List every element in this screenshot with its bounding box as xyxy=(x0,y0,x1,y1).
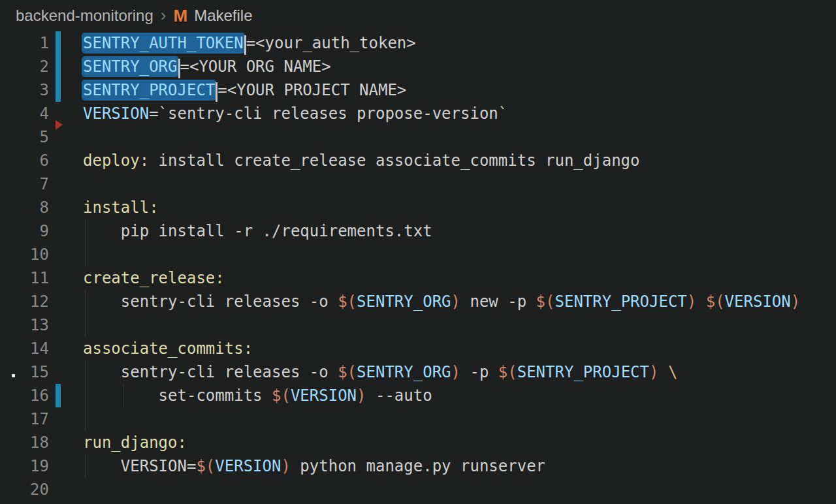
code-text[interactable]: VERSION=$(VERSION) python manage.py runs… xyxy=(83,454,836,478)
gutter[interactable] xyxy=(49,172,83,196)
line-number[interactable]: 9 xyxy=(0,219,49,243)
code-line[interactable]: 5 xyxy=(0,125,836,149)
gutter[interactable] xyxy=(49,313,83,337)
gutter[interactable] xyxy=(49,55,83,78)
code-token: $( xyxy=(338,363,357,381)
gutter[interactable] xyxy=(49,78,83,102)
gutter[interactable] xyxy=(49,219,83,243)
line-number[interactable]: 1 xyxy=(0,31,49,55)
gutter[interactable] xyxy=(49,360,83,384)
code-token: python manage.py runserver xyxy=(291,457,545,475)
code-line[interactable]: 14associate_commits: xyxy=(0,337,836,360)
line-number[interactable]: 16 xyxy=(0,384,49,407)
selected-token: SENTRY_PROJECT xyxy=(83,81,215,99)
line-number[interactable]: 13 xyxy=(0,313,49,337)
code-text[interactable]: VERSION=`sentry-cli releases propose-ver… xyxy=(83,102,836,125)
code-line[interactable]: 11create_release: xyxy=(0,266,836,290)
gutter[interactable] xyxy=(49,384,83,407)
gutter[interactable] xyxy=(49,243,83,266)
code-token: -p xyxy=(460,363,498,381)
code-line[interactable]: 3SENTRY_PROJECT=<YOUR PROJECT NAME> xyxy=(0,78,836,102)
line-number[interactable]: 11 xyxy=(0,266,49,290)
line-number[interactable]: 2 xyxy=(0,55,49,78)
line-number[interactable]: 14 xyxy=(0,337,49,360)
code-text[interactable] xyxy=(83,125,836,149)
code-text[interactable]: sentry-cli releases -o $(SENTRY_ORG) -p … xyxy=(83,360,836,384)
code-token: SENTRY_PROJECT xyxy=(517,363,649,381)
gutter[interactable] xyxy=(49,454,83,478)
breadcrumb-folder[interactable]: backend-monitoring xyxy=(16,7,153,25)
mouse-cursor-dot xyxy=(12,374,15,377)
code-token: new -p xyxy=(460,292,536,311)
gutter[interactable] xyxy=(49,337,83,360)
code-line[interactable]: 13 xyxy=(0,313,836,337)
code-text[interactable]: set-commits $(VERSION) --auto xyxy=(83,384,836,407)
code-token: SENTRY_ORG xyxy=(357,363,451,381)
line-number[interactable]: 7 xyxy=(0,172,49,196)
line-number[interactable]: 5 xyxy=(0,125,49,149)
code-text[interactable]: associate_commits: xyxy=(83,337,836,360)
selected-token: SENTRY_AUTH_TOKEN xyxy=(83,34,244,52)
gutter[interactable] xyxy=(49,196,83,219)
code-text[interactable] xyxy=(83,172,836,196)
code-token: ) xyxy=(451,292,460,311)
line-number[interactable]: 20 xyxy=(0,478,49,501)
gutter[interactable] xyxy=(49,290,83,313)
code-text[interactable]: create_release: xyxy=(83,266,836,290)
code-line[interactable]: 19 VERSION=$(VERSION) python manage.py r… xyxy=(0,454,836,478)
git-modified-indicator xyxy=(56,78,61,102)
code-text[interactable] xyxy=(83,407,836,431)
line-number[interactable]: 3 xyxy=(0,78,49,102)
code-line[interactable]: 12 sentry-cli releases -o $(SENTRY_ORG) … xyxy=(0,290,836,313)
gutter[interactable] xyxy=(49,125,83,149)
gutter[interactable] xyxy=(49,102,83,125)
code-line[interactable]: 16 set-commits $(VERSION) --auto xyxy=(0,384,836,407)
breadcrumb: backend-monitoring › M Makefile xyxy=(0,0,836,31)
gutter[interactable] xyxy=(49,431,83,454)
code-line[interactable]: 7 xyxy=(0,172,836,196)
line-number[interactable]: 4 xyxy=(0,102,49,125)
line-number[interactable]: 8 xyxy=(0,196,49,219)
code-text[interactable] xyxy=(83,243,836,266)
code-text[interactable] xyxy=(83,313,836,337)
line-number[interactable]: 18 xyxy=(0,431,49,454)
gutter[interactable] xyxy=(49,31,83,55)
line-number[interactable]: 17 xyxy=(0,407,49,431)
code-line[interactable]: 1SENTRY_AUTH_TOKEN=<your_auth_token> xyxy=(0,31,836,55)
breadcrumb-file[interactable]: Makefile xyxy=(194,7,252,25)
line-number[interactable]: 15 xyxy=(0,360,49,384)
code-line[interactable]: 10 xyxy=(0,243,836,266)
code-text[interactable]: deploy: install create_release associate… xyxy=(83,149,836,172)
code-text[interactable]: install: xyxy=(83,196,836,219)
line-number[interactable]: 6 xyxy=(0,149,49,172)
code-line[interactable]: 2SENTRY_ORG=<YOUR ORG NAME> xyxy=(0,55,836,78)
code-line[interactable]: 9 pip install -r ./requirements.txt xyxy=(0,219,836,243)
line-number[interactable]: 12 xyxy=(0,290,49,313)
gutter[interactable] xyxy=(49,407,83,431)
code-text[interactable]: SENTRY_AUTH_TOKEN=<your_auth_token> xyxy=(83,31,836,55)
code-token: VERSION xyxy=(215,457,281,475)
code-token: create_release: xyxy=(83,269,225,287)
code-line[interactable]: 6deploy: install create_release associat… xyxy=(0,149,836,172)
gutter[interactable] xyxy=(49,266,83,290)
code-text[interactable]: SENTRY_ORG=<YOUR ORG NAME> xyxy=(83,55,836,78)
code-line[interactable]: 15 sentry-cli releases -o $(SENTRY_ORG) … xyxy=(0,360,836,384)
code-line[interactable]: 20 xyxy=(0,478,836,501)
code-text[interactable]: sentry-cli releases -o $(SENTRY_ORG) new… xyxy=(83,290,836,313)
git-modified-indicator xyxy=(56,384,61,407)
code-line[interactable]: 8install: xyxy=(0,196,836,219)
line-number[interactable]: 19 xyxy=(0,454,49,478)
line-number[interactable]: 10 xyxy=(0,243,49,266)
code-lines[interactable]: 1SENTRY_AUTH_TOKEN=<your_auth_token>2SEN… xyxy=(0,31,836,501)
code-text[interactable] xyxy=(83,478,836,501)
chevron-right-icon: › xyxy=(161,7,167,24)
code-text[interactable]: SENTRY_PROJECT=<YOUR PROJECT NAME> xyxy=(83,78,836,102)
gutter[interactable] xyxy=(49,478,83,501)
code-text[interactable]: pip install -r ./requirements.txt xyxy=(83,219,836,243)
code-line[interactable]: 18run_django: xyxy=(0,431,836,454)
code-line[interactable]: 4VERSION=`sentry-cli releases propose-ve… xyxy=(0,102,836,125)
code-line[interactable]: 17 xyxy=(0,407,836,431)
code-token: --auto xyxy=(366,386,432,405)
code-text[interactable]: run_django: xyxy=(83,431,836,454)
gutter[interactable] xyxy=(49,149,83,172)
